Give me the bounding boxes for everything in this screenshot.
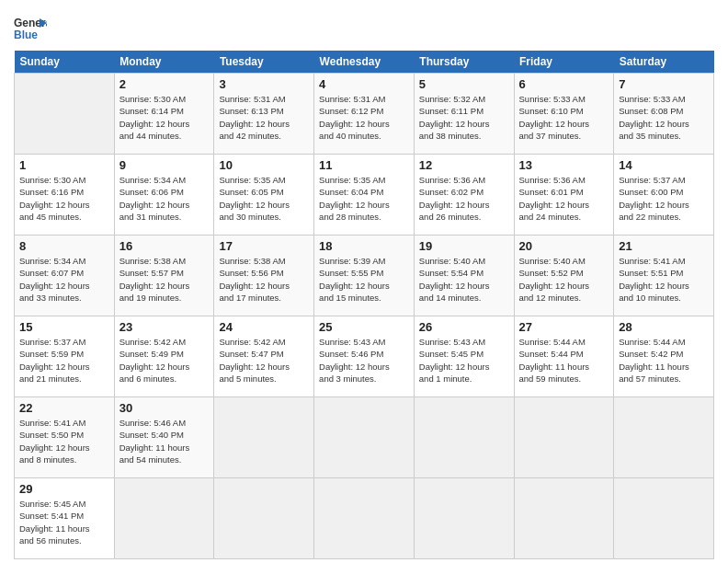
day-info: Sunrise: 5:42 AMSunset: 5:47 PMDaylight:…: [219, 336, 309, 385]
day-number: 27: [519, 320, 609, 334]
page-header: General Blue: [14, 14, 714, 41]
weekday-header-sunday: Sunday: [15, 51, 115, 74]
day-info: Sunrise: 5:33 AMSunset: 6:10 PMDaylight:…: [519, 93, 609, 142]
day-info: Sunrise: 5:34 AMSunset: 6:06 PMDaylight:…: [119, 174, 210, 223]
calendar-cell: 24Sunrise: 5:42 AMSunset: 5:47 PMDayligh…: [214, 316, 314, 397]
day-info: Sunrise: 5:35 AMSunset: 6:04 PMDaylight:…: [319, 174, 409, 223]
day-number: 24: [219, 320, 309, 334]
day-number: 8: [19, 239, 109, 253]
day-info: Sunrise: 5:44 AMSunset: 5:42 PMDaylight:…: [619, 336, 709, 385]
calendar-cell: [414, 478, 514, 559]
day-info: Sunrise: 5:31 AMSunset: 6:13 PMDaylight:…: [219, 93, 309, 142]
day-number: 18: [319, 239, 409, 253]
day-info: Sunrise: 5:35 AMSunset: 6:05 PMDaylight:…: [219, 174, 309, 223]
day-info: Sunrise: 5:41 AMSunset: 5:51 PMDaylight:…: [619, 255, 709, 304]
calendar-header: SundayMondayTuesdayWednesdayThursdayFrid…: [15, 51, 714, 74]
day-number: 19: [419, 239, 509, 253]
calendar-table: SundayMondayTuesdayWednesdayThursdayFrid…: [14, 51, 714, 559]
calendar-cell: 17Sunrise: 5:38 AMSunset: 5:56 PMDayligh…: [214, 236, 314, 316]
day-info: Sunrise: 5:37 AMSunset: 5:59 PMDaylight:…: [19, 336, 109, 385]
calendar-cell: 1Sunrise: 5:30 AMSunset: 6:16 PMDaylight…: [15, 155, 115, 236]
day-number: 1: [19, 158, 109, 172]
calendar-cell: [614, 397, 714, 478]
calendar-week-row: 29Sunrise: 5:45 AMSunset: 5:41 PMDayligh…: [15, 478, 714, 559]
day-number: 22: [19, 401, 109, 415]
day-info: Sunrise: 5:43 AMSunset: 5:46 PMDaylight:…: [319, 336, 409, 385]
logo-icon: General Blue: [14, 14, 47, 41]
day-number: 6: [519, 77, 609, 91]
day-info: Sunrise: 5:30 AMSunset: 6:16 PMDaylight:…: [19, 174, 109, 223]
weekday-header-thursday: Thursday: [414, 51, 514, 74]
weekday-header-friday: Friday: [514, 51, 614, 74]
calendar-cell: 12Sunrise: 5:36 AMSunset: 6:02 PMDayligh…: [414, 155, 514, 236]
day-number: 25: [319, 320, 409, 334]
calendar-cell: 28Sunrise: 5:44 AMSunset: 5:42 PMDayligh…: [614, 316, 714, 397]
calendar-cell: 13Sunrise: 5:36 AMSunset: 6:01 PMDayligh…: [514, 155, 614, 236]
day-info: Sunrise: 5:38 AMSunset: 5:56 PMDaylight:…: [219, 255, 309, 304]
day-number: 11: [319, 158, 409, 172]
calendar-cell: 4Sunrise: 5:31 AMSunset: 6:12 PMDaylight…: [314, 74, 415, 155]
day-info: Sunrise: 5:36 AMSunset: 6:02 PMDaylight:…: [419, 174, 509, 223]
day-info: Sunrise: 5:30 AMSunset: 6:14 PMDaylight:…: [119, 93, 210, 142]
day-info: Sunrise: 5:37 AMSunset: 6:00 PMDaylight:…: [619, 174, 709, 223]
day-info: Sunrise: 5:34 AMSunset: 6:07 PMDaylight:…: [19, 255, 109, 304]
day-info: Sunrise: 5:43 AMSunset: 5:45 PMDaylight:…: [419, 336, 509, 385]
calendar-week-row: 15Sunrise: 5:37 AMSunset: 5:59 PMDayligh…: [15, 316, 714, 397]
day-info: Sunrise: 5:40 AMSunset: 5:54 PMDaylight:…: [419, 255, 509, 304]
calendar-cell: 11Sunrise: 5:35 AMSunset: 6:04 PMDayligh…: [314, 155, 415, 236]
day-number: 26: [419, 320, 509, 334]
calendar-cell: [314, 397, 415, 478]
calendar-cell: [514, 397, 614, 478]
day-info: Sunrise: 5:38 AMSunset: 5:57 PMDaylight:…: [119, 255, 210, 304]
day-info: Sunrise: 5:31 AMSunset: 6:12 PMDaylight:…: [319, 93, 409, 142]
calendar-week-row: 8Sunrise: 5:34 AMSunset: 6:07 PMDaylight…: [15, 236, 714, 316]
calendar-cell: 3Sunrise: 5:31 AMSunset: 6:13 PMDaylight…: [214, 74, 314, 155]
calendar-cell: 22Sunrise: 5:41 AMSunset: 5:50 PMDayligh…: [15, 397, 115, 478]
calendar-cell: 9Sunrise: 5:34 AMSunset: 6:06 PMDaylight…: [114, 155, 214, 236]
calendar-body: 2Sunrise: 5:30 AMSunset: 6:14 PMDaylight…: [15, 74, 714, 559]
logo: General Blue: [14, 14, 47, 41]
day-number: 12: [419, 158, 509, 172]
calendar-cell: [214, 397, 314, 478]
day-number: 20: [519, 239, 609, 253]
calendar-cell: [614, 478, 714, 559]
day-number: 28: [619, 320, 709, 334]
day-number: 10: [219, 158, 309, 172]
calendar-cell: 29Sunrise: 5:45 AMSunset: 5:41 PMDayligh…: [15, 478, 115, 559]
calendar-cell: 7Sunrise: 5:33 AMSunset: 6:08 PMDaylight…: [614, 74, 714, 155]
day-info: Sunrise: 5:44 AMSunset: 5:44 PMDaylight:…: [519, 336, 609, 385]
calendar-cell: [15, 74, 115, 155]
weekday-header-row: SundayMondayTuesdayWednesdayThursdayFrid…: [15, 51, 714, 74]
calendar-cell: [214, 478, 314, 559]
calendar-cell: 23Sunrise: 5:42 AMSunset: 5:49 PMDayligh…: [114, 316, 214, 397]
calendar-cell: 25Sunrise: 5:43 AMSunset: 5:46 PMDayligh…: [314, 316, 415, 397]
day-info: Sunrise: 5:40 AMSunset: 5:52 PMDaylight:…: [519, 255, 609, 304]
calendar-cell: 21Sunrise: 5:41 AMSunset: 5:51 PMDayligh…: [614, 236, 714, 316]
calendar-week-row: 2Sunrise: 5:30 AMSunset: 6:14 PMDaylight…: [15, 74, 714, 155]
day-info: Sunrise: 5:36 AMSunset: 6:01 PMDaylight:…: [519, 174, 609, 223]
day-number: 5: [419, 77, 509, 91]
calendar-cell: 30Sunrise: 5:46 AMSunset: 5:40 PMDayligh…: [114, 397, 214, 478]
calendar-cell: [314, 478, 415, 559]
day-number: 7: [619, 77, 709, 91]
day-number: 14: [619, 158, 709, 172]
calendar-cell: 26Sunrise: 5:43 AMSunset: 5:45 PMDayligh…: [414, 316, 514, 397]
calendar-cell: 15Sunrise: 5:37 AMSunset: 5:59 PMDayligh…: [15, 316, 115, 397]
day-number: 4: [319, 77, 409, 91]
calendar-cell: 20Sunrise: 5:40 AMSunset: 5:52 PMDayligh…: [514, 236, 614, 316]
calendar-cell: 18Sunrise: 5:39 AMSunset: 5:55 PMDayligh…: [314, 236, 415, 316]
day-number: 16: [119, 239, 210, 253]
day-number: 21: [619, 239, 709, 253]
calendar-cell: [514, 478, 614, 559]
svg-text:Blue: Blue: [14, 29, 38, 41]
day-number: 3: [219, 77, 309, 91]
weekday-header-tuesday: Tuesday: [214, 51, 314, 74]
day-number: 23: [119, 320, 210, 334]
day-number: 13: [519, 158, 609, 172]
calendar-cell: 10Sunrise: 5:35 AMSunset: 6:05 PMDayligh…: [214, 155, 314, 236]
day-info: Sunrise: 5:33 AMSunset: 6:08 PMDaylight:…: [619, 93, 709, 142]
day-number: 2: [119, 77, 210, 91]
day-info: Sunrise: 5:42 AMSunset: 5:49 PMDaylight:…: [119, 336, 210, 385]
calendar-cell: 19Sunrise: 5:40 AMSunset: 5:54 PMDayligh…: [414, 236, 514, 316]
day-info: Sunrise: 5:39 AMSunset: 5:55 PMDaylight:…: [319, 255, 409, 304]
